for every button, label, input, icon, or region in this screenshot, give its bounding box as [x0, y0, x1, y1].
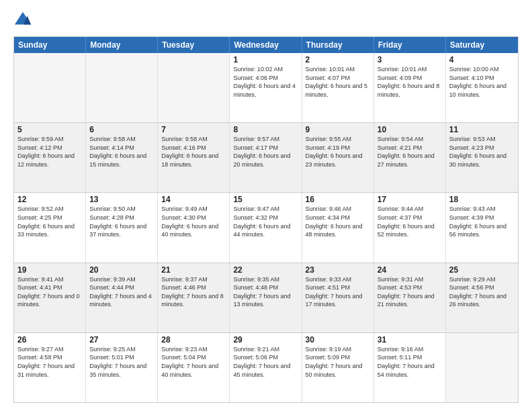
week-row: 19Sunrise: 9:41 AM Sunset: 4:41 PM Dayli…: [14, 263, 518, 332]
day-info: Sunrise: 9:29 AM Sunset: 4:56 PM Dayligh…: [449, 275, 515, 309]
day-cell: [86, 53, 158, 122]
day-number: 23: [306, 265, 370, 275]
day-info: Sunrise: 9:39 AM Sunset: 4:44 PM Dayligh…: [89, 275, 154, 309]
day-info: Sunrise: 9:52 AM Sunset: 4:25 PM Dayligh…: [17, 205, 82, 238]
day-cell: 22Sunrise: 9:35 AM Sunset: 4:48 PM Dayli…: [230, 263, 302, 332]
day-number: 11: [449, 125, 515, 134]
day-info: Sunrise: 9:37 AM Sunset: 4:46 PM Dayligh…: [161, 275, 226, 309]
day-number: 16: [306, 195, 370, 204]
day-info: Sunrise: 9:23 AM Sunset: 5:04 PM Dayligh…: [161, 345, 226, 379]
logo: [13, 11, 35, 30]
day-number: 9: [306, 125, 370, 134]
day-info: Sunrise: 10:01 AM Sunset: 4:07 PM Daylig…: [306, 65, 370, 99]
week-row: 5Sunrise: 9:59 AM Sunset: 4:12 PM Daylig…: [14, 122, 518, 192]
day-number: 12: [17, 195, 82, 204]
day-cell: 2Sunrise: 10:01 AM Sunset: 4:07 PM Dayli…: [302, 53, 374, 122]
day-cell: 16Sunrise: 9:46 AM Sunset: 4:34 PM Dayli…: [302, 193, 374, 262]
logo-icon: [13, 11, 32, 30]
day-header: Monday: [86, 37, 158, 53]
day-number: 13: [89, 195, 154, 204]
day-number: 26: [17, 335, 82, 345]
day-cell: 23Sunrise: 9:33 AM Sunset: 4:51 PM Dayli…: [302, 263, 374, 332]
day-info: Sunrise: 9:43 AM Sunset: 4:39 PM Dayligh…: [449, 205, 515, 238]
day-number: 3: [378, 55, 442, 64]
day-info: Sunrise: 9:50 AM Sunset: 4:28 PM Dayligh…: [89, 205, 154, 238]
day-number: 10: [378, 125, 442, 134]
day-number: 24: [378, 265, 442, 275]
day-cell: 19Sunrise: 9:41 AM Sunset: 4:41 PM Dayli…: [14, 263, 86, 332]
day-info: Sunrise: 9:19 AM Sunset: 5:09 PM Dayligh…: [306, 345, 370, 379]
day-number: 29: [233, 335, 298, 345]
day-cell: 7Sunrise: 9:58 AM Sunset: 4:16 PM Daylig…: [158, 123, 230, 192]
week-row: 1Sunrise: 10:02 AM Sunset: 4:06 PM Dayli…: [14, 53, 518, 122]
day-headers: SundayMondayTuesdayWednesdayThursdayFrid…: [14, 37, 518, 53]
day-number: 6: [89, 125, 154, 134]
day-info: Sunrise: 9:44 AM Sunset: 4:37 PM Dayligh…: [378, 205, 442, 238]
week-row: 26Sunrise: 9:27 AM Sunset: 4:58 PM Dayli…: [14, 332, 518, 402]
day-info: Sunrise: 9:58 AM Sunset: 4:16 PM Dayligh…: [161, 135, 226, 169]
day-number: 30: [306, 335, 370, 345]
day-info: Sunrise: 9:25 AM Sunset: 5:01 PM Dayligh…: [89, 345, 154, 379]
day-cell: [14, 53, 86, 122]
day-number: 27: [89, 335, 154, 345]
day-number: 5: [17, 125, 82, 134]
day-cell: 3Sunrise: 10:01 AM Sunset: 4:09 PM Dayli…: [374, 53, 446, 122]
day-info: Sunrise: 9:57 AM Sunset: 4:17 PM Dayligh…: [233, 135, 298, 169]
day-number: 25: [449, 265, 515, 275]
day-info: Sunrise: 10:00 AM Sunset: 4:10 PM Daylig…: [449, 65, 515, 99]
calendar: SundayMondayTuesdayWednesdayThursdayFrid…: [13, 36, 519, 403]
day-info: Sunrise: 9:27 AM Sunset: 4:58 PM Dayligh…: [17, 345, 82, 379]
weeks: 1Sunrise: 10:02 AM Sunset: 4:06 PM Dayli…: [14, 53, 518, 402]
day-header: Thursday: [302, 37, 374, 53]
day-info: Sunrise: 9:41 AM Sunset: 4:41 PM Dayligh…: [17, 275, 82, 309]
day-number: 21: [161, 265, 226, 275]
day-cell: 27Sunrise: 9:25 AM Sunset: 5:01 PM Dayli…: [86, 333, 158, 402]
day-cell: [446, 333, 518, 402]
day-info: Sunrise: 9:58 AM Sunset: 4:14 PM Dayligh…: [89, 135, 154, 169]
day-info: Sunrise: 9:35 AM Sunset: 4:48 PM Dayligh…: [233, 275, 298, 309]
day-cell: 13Sunrise: 9:50 AM Sunset: 4:28 PM Dayli…: [86, 193, 158, 262]
day-cell: [158, 53, 230, 122]
day-cell: 14Sunrise: 9:49 AM Sunset: 4:30 PM Dayli…: [158, 193, 230, 262]
day-info: Sunrise: 9:49 AM Sunset: 4:30 PM Dayligh…: [161, 205, 226, 238]
day-info: Sunrise: 9:53 AM Sunset: 4:23 PM Dayligh…: [449, 135, 515, 169]
week-row: 12Sunrise: 9:52 AM Sunset: 4:25 PM Dayli…: [14, 192, 518, 262]
day-number: 28: [161, 335, 226, 345]
day-cell: 25Sunrise: 9:29 AM Sunset: 4:56 PM Dayli…: [446, 263, 518, 332]
day-number: 15: [233, 195, 298, 204]
day-number: 14: [161, 195, 226, 204]
day-cell: 31Sunrise: 9:16 AM Sunset: 5:11 PM Dayli…: [374, 333, 446, 402]
day-cell: 15Sunrise: 9:47 AM Sunset: 4:32 PM Dayli…: [230, 193, 302, 262]
day-number: 2: [306, 55, 370, 64]
day-info: Sunrise: 9:21 AM Sunset: 5:06 PM Dayligh…: [233, 345, 298, 379]
day-info: Sunrise: 9:47 AM Sunset: 4:32 PM Dayligh…: [233, 205, 298, 238]
day-cell: 21Sunrise: 9:37 AM Sunset: 4:46 PM Dayli…: [158, 263, 230, 332]
day-cell: 20Sunrise: 9:39 AM Sunset: 4:44 PM Dayli…: [86, 263, 158, 332]
day-info: Sunrise: 9:16 AM Sunset: 5:11 PM Dayligh…: [378, 345, 442, 379]
day-cell: 1Sunrise: 10:02 AM Sunset: 4:06 PM Dayli…: [230, 53, 302, 122]
day-header: Tuesday: [158, 37, 230, 53]
day-number: 7: [161, 125, 226, 134]
day-cell: 30Sunrise: 9:19 AM Sunset: 5:09 PM Dayli…: [302, 333, 374, 402]
day-cell: 6Sunrise: 9:58 AM Sunset: 4:14 PM Daylig…: [86, 123, 158, 192]
day-info: Sunrise: 10:02 AM Sunset: 4:06 PM Daylig…: [233, 65, 298, 99]
day-number: 4: [449, 55, 515, 64]
day-cell: 18Sunrise: 9:43 AM Sunset: 4:39 PM Dayli…: [446, 193, 518, 262]
page: SundayMondayTuesdayWednesdayThursdayFrid…: [0, 0, 532, 411]
day-number: 18: [449, 195, 515, 204]
day-number: 1: [233, 55, 298, 64]
day-cell: 5Sunrise: 9:59 AM Sunset: 4:12 PM Daylig…: [14, 123, 86, 192]
day-info: Sunrise: 9:33 AM Sunset: 4:51 PM Dayligh…: [306, 275, 370, 309]
day-info: Sunrise: 9:31 AM Sunset: 4:53 PM Dayligh…: [378, 275, 442, 309]
day-number: 20: [89, 265, 154, 275]
day-cell: 24Sunrise: 9:31 AM Sunset: 4:53 PM Dayli…: [374, 263, 446, 332]
day-number: 17: [378, 195, 442, 204]
day-header: Friday: [374, 37, 446, 53]
day-cell: 10Sunrise: 9:54 AM Sunset: 4:21 PM Dayli…: [374, 123, 446, 192]
day-cell: 4Sunrise: 10:00 AM Sunset: 4:10 PM Dayli…: [446, 53, 518, 122]
day-number: 31: [378, 335, 442, 345]
day-cell: 28Sunrise: 9:23 AM Sunset: 5:04 PM Dayli…: [158, 333, 230, 402]
day-number: 19: [17, 265, 82, 275]
day-cell: 12Sunrise: 9:52 AM Sunset: 4:25 PM Dayli…: [14, 193, 86, 262]
day-cell: 26Sunrise: 9:27 AM Sunset: 4:58 PM Dayli…: [14, 333, 86, 402]
